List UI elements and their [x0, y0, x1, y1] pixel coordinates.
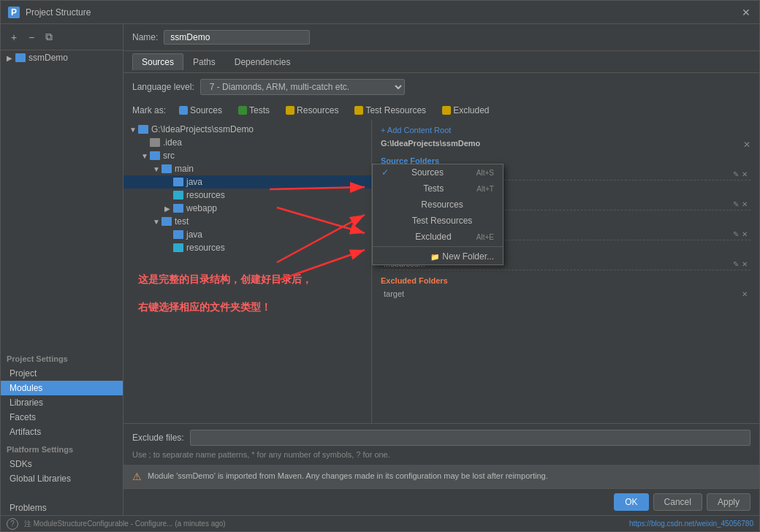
remove-excluded-folder[interactable]: ✕	[742, 290, 748, 298]
menu-item-test-resources[interactable]: Test Resources	[373, 213, 503, 229]
resources-mark-icon	[286, 106, 294, 115]
menu-sources-label: Sources	[411, 167, 444, 178]
cancel-button[interactable]: Cancel	[653, 493, 702, 511]
copy-module-button[interactable]: ⧉	[42, 30, 56, 45]
remove-module-button[interactable]: −	[24, 30, 39, 45]
language-level-bar: Language level: 7 - Diamonds, ARM, multi…	[123, 73, 759, 101]
remove-source-folder[interactable]: ✕	[742, 170, 748, 178]
tree-item-java[interactable]: java	[123, 175, 371, 189]
name-bar: Name: ssmDemo	[123, 24, 759, 51]
remove-test-resource-folder[interactable]: ✕	[742, 260, 748, 268]
resources-folder-icon	[173, 191, 183, 200]
excluded-mark-icon	[442, 106, 451, 115]
exclude-files-input[interactable]	[190, 430, 750, 446]
tabs-bar: Sources Paths Dependencies	[123, 51, 759, 73]
excluded-folder-actions: ✕	[742, 290, 748, 298]
tree-item-idea[interactable]: .idea	[123, 136, 371, 149]
add-module-button[interactable]: +	[7, 30, 21, 45]
src-expand-arrow: ▼	[141, 152, 150, 160]
mark-sources-button[interactable]: Sources	[173, 104, 228, 117]
idea-folder-label: .idea	[163, 137, 182, 148]
tree-item-test-resources[interactable]: resources	[123, 241, 371, 254]
menu-test-resources-label: Test Resources	[412, 216, 473, 226]
tree-expand-arrow: ▶	[7, 54, 12, 62]
test-resources-folder-icon	[173, 243, 183, 252]
language-level-select[interactable]: 7 - Diamonds, ARM, multi-catch etc.	[200, 79, 405, 95]
bottom-section: Exclude files: Use ; to separate name pa…	[123, 423, 759, 465]
mark-resources-button[interactable]: Resources	[280, 104, 344, 117]
sidebar-item-facets[interactable]: Facets	[1, 410, 123, 425]
name-label: Name:	[132, 32, 158, 42]
help-button[interactable]: ?	[7, 518, 18, 530]
content-root-path: G:\IdeaProjects\ssmDemo	[381, 139, 480, 148]
tab-sources[interactable]: Sources	[132, 53, 183, 70]
edit-test-source-folder[interactable]: ✎	[733, 200, 739, 208]
src-folder-label: src	[163, 151, 175, 161]
sidebar-item-libraries[interactable]: Libraries	[1, 395, 123, 410]
sources-mark-label: Sources	[190, 105, 222, 115]
resource-folder-actions: ✎ ✕	[733, 230, 748, 238]
menu-item-new-folder[interactable]: 📁 New Folder...	[373, 248, 503, 265]
module-folder-icon	[15, 53, 26, 62]
annotation-line1: 这是完整的目录结构，创建好目录后，	[129, 266, 365, 294]
menu-new-folder-label: New Folder...	[442, 251, 494, 262]
tree-item-webapp[interactable]: ▶ webapp	[123, 202, 371, 215]
content-root-close[interactable]: ✕	[743, 140, 750, 150]
tree-item-src[interactable]: ▼ src	[123, 149, 371, 162]
webapp-folder-icon	[173, 204, 183, 213]
menu-separator	[373, 246, 503, 247]
sidebar-tree-root[interactable]: ▶ ssmDemo	[1, 50, 123, 65]
mark-tests-button[interactable]: Tests	[232, 104, 276, 117]
edit-resource-folder[interactable]: ✎	[733, 230, 739, 238]
status-right-text: https://blog.csdn.net/weixin_45056780	[629, 520, 753, 528]
sidebar-item-artifacts[interactable]: Artifacts	[1, 425, 123, 439]
tree-item-test-java[interactable]: java	[123, 228, 371, 241]
platform-settings-header: Platform Settings	[1, 439, 123, 457]
idea-folder-icon	[150, 138, 160, 147]
sidebar-item-modules[interactable]: Modules	[1, 381, 123, 395]
menu-tests-shortcut: Alt+T	[476, 185, 494, 193]
sidebar-item-sdks[interactable]: SDKs	[1, 457, 123, 471]
test-folder-label: test	[175, 216, 189, 227]
tab-paths[interactable]: Paths	[183, 53, 225, 70]
menu-item-excluded[interactable]: Excluded Alt+E	[373, 229, 503, 245]
test-resources-mark-icon	[354, 106, 363, 115]
apply-button[interactable]: Apply	[707, 493, 750, 511]
remove-resource-folder[interactable]: ✕	[742, 230, 748, 238]
edit-source-folder[interactable]: ✎	[733, 170, 739, 178]
tree-item-root[interactable]: ▼ G:\IdeaProjects\ssmDemo	[123, 123, 371, 136]
exclude-hint: Use ; to separate name patterns, * for a…	[132, 450, 750, 459]
file-tree: ▼ G:\IdeaProjects\ssmDemo .idea ▼	[123, 120, 372, 423]
status-left-text: 注 ModuleStructureConfigurable - Configur…	[24, 519, 226, 529]
ok-button[interactable]: OK	[614, 493, 648, 511]
main-folder-icon	[162, 164, 172, 173]
excluded-folder-entry: target ✕	[381, 288, 750, 300]
remove-test-source-folder[interactable]: ✕	[742, 200, 748, 208]
tab-dependencies[interactable]: Dependencies	[225, 53, 300, 70]
sidebar-item-global-libraries[interactable]: Global Libraries	[1, 471, 123, 486]
add-content-root-button[interactable]: + Add Content Root	[381, 126, 750, 134]
mark-test-resources-button[interactable]: Test Resources	[349, 104, 432, 117]
tree-item-main[interactable]: ▼ main	[123, 162, 371, 175]
java-folder-label: java	[186, 177, 202, 187]
tests-mark-icon	[238, 106, 247, 115]
close-button[interactable]: ✕	[740, 7, 752, 18]
menu-excluded-label: Excluded	[415, 232, 451, 242]
menu-excluded-shortcut: Alt+E	[476, 233, 494, 241]
menu-item-resources[interactable]: Resources	[373, 197, 503, 213]
sidebar-item-problems[interactable]: Problems	[1, 501, 123, 515]
menu-item-sources[interactable]: Sources Alt+S	[373, 164, 503, 180]
sidebar-toolbar: + − ⧉	[1, 24, 123, 50]
main-content: + − ⧉ ▶ ssmDemo Project Settings Project…	[1, 24, 759, 515]
window-title: Project Structure	[26, 7, 740, 18]
edit-test-resource-folder[interactable]: ✎	[733, 260, 739, 268]
menu-sources-shortcut: Alt+S	[476, 169, 494, 177]
language-level-label: Language level:	[132, 82, 194, 92]
tree-item-resources[interactable]: resources	[123, 189, 371, 202]
tree-item-test[interactable]: ▼ test	[123, 215, 371, 228]
menu-item-tests[interactable]: Tests Alt+T	[373, 180, 503, 197]
mark-excluded-button[interactable]: Excluded	[436, 104, 495, 117]
sidebar-item-project[interactable]: Project	[1, 366, 123, 381]
main-folder-label: main	[175, 164, 194, 174]
annotation-line2: 右键选择相应的文件夹类型！	[129, 294, 365, 322]
